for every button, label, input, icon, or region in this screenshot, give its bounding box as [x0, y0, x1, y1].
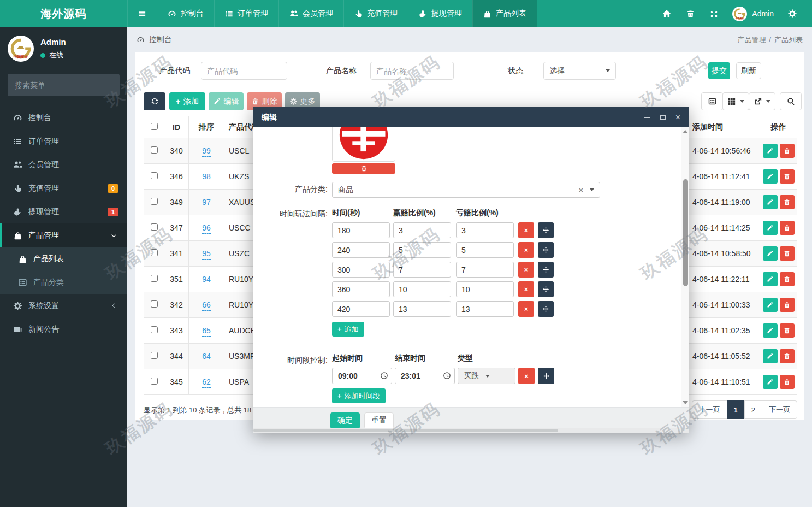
interval-move-button[interactable] [538, 242, 554, 258]
clear-icon[interactable]: × [579, 186, 583, 194]
sort-editable-link[interactable]: 96 [202, 223, 211, 234]
sidebar-item-news[interactable]: 新闻公告 [0, 317, 127, 341]
interval-time-input[interactable] [332, 222, 390, 238]
interval-win-input[interactable] [393, 242, 451, 258]
scroll-up-icon[interactable] [683, 130, 688, 133]
fullscreen-button[interactable] [702, 0, 726, 27]
row-edit-button[interactable] [763, 195, 778, 209]
period-move-button[interactable] [538, 368, 554, 384]
interval-time-input[interactable] [332, 301, 390, 317]
row-delete-button[interactable] [780, 246, 795, 261]
row-checkbox[interactable] [151, 223, 158, 231]
columns-button[interactable] [722, 92, 749, 110]
row-checkbox[interactable] [151, 198, 158, 205]
clock-icon[interactable] [380, 372, 388, 380]
name-filter-input[interactable] [370, 62, 454, 80]
interval-win-input[interactable] [393, 262, 451, 278]
row-edit-button[interactable] [763, 272, 778, 286]
edit-button[interactable]: 编辑 [209, 92, 244, 110]
minimize-icon[interactable] [644, 117, 650, 118]
interval-time-input[interactable] [332, 242, 390, 258]
nav-item-products[interactable]: 产品列表 [472, 0, 537, 27]
search-input[interactable] [15, 81, 114, 90]
sidebar-item-product-category[interactable]: 产品分类 [0, 270, 127, 294]
maximize-icon[interactable] [660, 115, 666, 120]
row-checkbox[interactable] [151, 378, 158, 385]
row-delete-button[interactable] [780, 221, 795, 235]
nav-item-withdraw[interactable]: 提现管理 [408, 0, 472, 27]
status-select[interactable]: 选择 [543, 62, 616, 80]
row-checkbox[interactable] [151, 326, 158, 333]
interval-lose-input[interactable] [456, 281, 514, 297]
toggle-pagination-button[interactable] [701, 92, 723, 110]
row-delete-button[interactable] [780, 272, 795, 286]
image-delete-button[interactable] [332, 163, 395, 174]
sort-editable-link[interactable]: 66 [202, 300, 211, 311]
sidebar-item-settings[interactable]: 系统设置 [0, 294, 127, 317]
nav-item-dashboard[interactable]: 控制台 [157, 0, 214, 27]
interval-lose-input[interactable] [456, 242, 514, 258]
breadcrumb-parent[interactable]: 产品管理 [737, 35, 766, 45]
period-remove-button[interactable]: × [518, 368, 535, 384]
sort-editable-link[interactable]: 99 [202, 146, 211, 157]
sort-editable-link[interactable]: 97 [202, 198, 211, 208]
confirm-button[interactable]: 确定 [330, 412, 360, 429]
row-edit-button[interactable] [763, 375, 778, 389]
hscrollbar-thumb[interactable] [253, 429, 558, 432]
refresh-button[interactable]: 刷新 [736, 62, 761, 79]
row-edit-button[interactable] [763, 298, 778, 312]
interval-move-button[interactable] [538, 222, 554, 238]
user-menu[interactable]: Admin [726, 7, 780, 21]
row-edit-button[interactable] [763, 144, 778, 158]
interval-move-button[interactable] [538, 281, 554, 297]
page-1-button[interactable]: 1 [727, 400, 745, 419]
append-interval-button[interactable]: +追加 [332, 322, 364, 337]
clock-icon[interactable] [443, 372, 451, 380]
interval-time-input[interactable] [332, 281, 390, 297]
code-filter-input[interactable] [201, 62, 287, 80]
row-delete-button[interactable] [780, 298, 795, 312]
select-all-checkbox[interactable] [151, 123, 158, 130]
row-edit-button[interactable] [763, 169, 778, 184]
sort-editable-link[interactable]: 94 [202, 275, 211, 285]
interval-lose-input[interactable] [456, 262, 514, 278]
sidebar-item-withdraw[interactable]: 提现管理1 [0, 200, 127, 223]
row-checkbox[interactable] [151, 146, 158, 154]
interval-win-input[interactable] [393, 301, 451, 317]
interval-win-input[interactable] [393, 281, 451, 297]
modal-header[interactable]: 编辑 × [253, 107, 689, 127]
sidebar-item-recharge[interactable]: 充值管理0 [0, 176, 127, 200]
sidebar-item-product-list[interactable]: 产品列表 [0, 247, 127, 270]
sort-editable-link[interactable]: 95 [202, 249, 211, 260]
interval-win-input[interactable] [393, 222, 451, 238]
export-button[interactable] [749, 92, 775, 110]
interval-remove-button[interactable]: × [518, 281, 534, 297]
breadcrumb-current[interactable]: 控制台 [149, 35, 172, 45]
sidebar-item-dashboard[interactable]: 控制台 [0, 106, 127, 129]
row-edit-button[interactable] [763, 246, 778, 261]
sidebar-item-orders[interactable]: 订单管理 [0, 129, 127, 153]
col-header-id[interactable]: ID [164, 116, 189, 138]
sort-editable-link[interactable]: 98 [202, 172, 211, 182]
sort-editable-link[interactable]: 64 [202, 352, 211, 362]
col-header-time[interactable]: 添加时间 [689, 116, 760, 138]
row-checkbox[interactable] [151, 249, 158, 256]
row-delete-button[interactable] [780, 323, 795, 338]
settings-button[interactable] [780, 0, 804, 27]
sidebar-item-members[interactable]: 会员管理 [0, 153, 127, 176]
interval-time-input[interactable] [332, 262, 390, 278]
interval-lose-input[interactable] [456, 222, 514, 238]
home-button[interactable] [655, 0, 679, 27]
row-checkbox[interactable] [151, 172, 158, 179]
interval-move-button[interactable] [538, 262, 554, 278]
nav-item-orders[interactable]: 订单管理 [214, 0, 278, 27]
interval-lose-input[interactable] [456, 301, 514, 317]
sort-editable-link[interactable]: 65 [202, 326, 211, 337]
row-delete-button[interactable] [780, 144, 795, 158]
modal-hscrollbar[interactable] [253, 428, 689, 433]
interval-remove-button[interactable]: × [518, 222, 534, 238]
table-search-button[interactable] [780, 92, 802, 110]
row-delete-button[interactable] [780, 169, 795, 184]
interval-move-button[interactable] [538, 301, 554, 317]
add-button[interactable]: +添加 [169, 92, 205, 110]
